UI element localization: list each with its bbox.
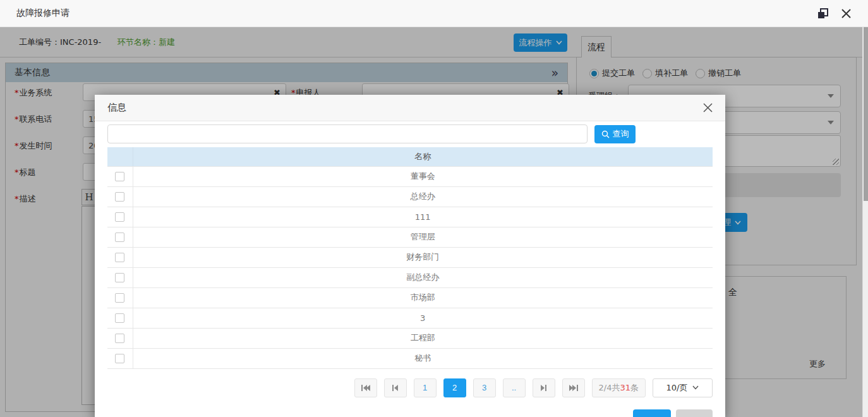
dialog-footer [95,409,725,417]
row-name-cell: 副总经办 [133,267,713,287]
dialog-title: 信息 [107,102,126,114]
row-checkbox[interactable] [115,293,124,303]
row-name-cell: 市场部 [133,287,713,308]
row-checkbox-cell [107,247,133,267]
table-row[interactable]: 副总经办 [107,267,713,287]
first-page-icon [361,384,371,392]
row-checkbox-cell [107,287,133,308]
table-row[interactable]: 工程部 [107,328,713,348]
row-name-cell: 财务部门 [133,247,713,267]
row-checkbox-cell [107,227,133,247]
table-row[interactable]: 111 [107,207,713,227]
row-checkbox[interactable] [115,354,124,363]
last-page-button[interactable] [562,378,585,397]
window-controls [817,8,852,19]
row-name-cell: 董事会 [133,166,713,186]
window-titlebar: 故障报修申请 [0,0,868,27]
pagination: 1 2 3 .. 2/4共31条 10/页 [107,378,713,397]
row-checkbox-cell [107,308,133,328]
row-name-cell: 111 [133,207,713,227]
row-checkbox[interactable] [115,253,124,262]
app-root: { "colors": { "accent": "#1b9dee", "step… [0,0,868,417]
row-name-cell: 3 [133,308,713,328]
row-checkbox[interactable] [115,313,124,323]
last-page-icon [569,384,579,392]
pagination-info-prefix: 2/4共 [599,382,620,394]
row-checkbox-cell [107,186,133,207]
row-checkbox[interactable] [115,273,124,282]
row-name-cell: 工程部 [133,328,713,348]
page-size-select[interactable]: 10/页 [653,378,713,397]
first-page-button[interactable] [354,378,377,397]
row-checkbox-cell [107,328,133,348]
table-body: 董事会 总经办 111 管理层 [107,166,713,368]
row-checkbox-cell [107,267,133,287]
page-button-1[interactable]: 1 [414,378,437,397]
search-icon [601,130,610,138]
row-checkbox-cell [107,166,133,186]
checkbox-column-header [107,147,133,166]
name-column-header: 名称 [133,147,713,166]
table-row[interactable]: 市场部 [107,287,713,308]
row-checkbox[interactable] [115,334,124,343]
search-button-label: 查询 [613,128,629,140]
row-name-cell: 管理层 [133,227,713,247]
chevron-down-icon [692,385,699,390]
table-row[interactable]: 3 [107,308,713,328]
search-row: 查询 [107,124,713,143]
row-checkbox[interactable] [115,212,124,222]
row-name-cell: 总经办 [133,186,713,207]
pagination-info-suffix: 条 [630,382,639,394]
page-scrollbar[interactable] [862,27,868,417]
table-row[interactable]: 财务部门 [107,247,713,267]
next-page-icon [540,384,547,392]
row-checkbox-cell [107,348,133,368]
pagination-total-count: 31 [620,383,630,392]
page-button-3[interactable]: 3 [473,378,496,397]
search-input[interactable] [107,124,588,143]
dialog-header: 信息 [95,95,725,121]
page-button-2-active[interactable]: 2 [443,378,466,397]
dialog-body: 查询 名称 董事会 总经办 [95,121,725,397]
pagination-info: 2/4共31条 [592,378,646,397]
table-head: 名称 [107,147,713,166]
table-row[interactable]: 秘书 [107,348,713,368]
row-checkbox[interactable] [115,233,124,242]
search-button[interactable]: 查询 [594,125,636,143]
table-row[interactable]: 总经办 [107,186,713,207]
dialog-close-icon[interactable] [703,103,713,112]
table-row[interactable]: 董事会 [107,166,713,186]
row-checkbox-cell [107,207,133,227]
window-title: 故障报修申请 [16,8,69,19]
next-page-button[interactable] [533,378,555,397]
info-dialog: 信息 查询 名称 [95,95,725,417]
row-checkbox[interactable] [115,172,124,181]
confirm-button[interactable] [633,409,671,417]
restore-window-icon[interactable] [817,8,828,19]
cancel-button[interactable] [676,409,713,417]
close-window-icon[interactable] [841,8,852,19]
row-checkbox[interactable] [115,192,124,202]
department-table: 名称 董事会 总经办 11 [107,147,713,369]
prev-page-button[interactable] [384,378,407,397]
scrollbar-thumb[interactable] [864,27,868,201]
table-header-row: 名称 [107,147,713,166]
page-ellipsis-button[interactable]: .. [503,378,526,397]
prev-page-icon [392,384,399,392]
table-row[interactable]: 管理层 [107,227,713,247]
page-size-value: 10/页 [666,382,688,394]
row-name-cell: 秘书 [133,348,713,368]
